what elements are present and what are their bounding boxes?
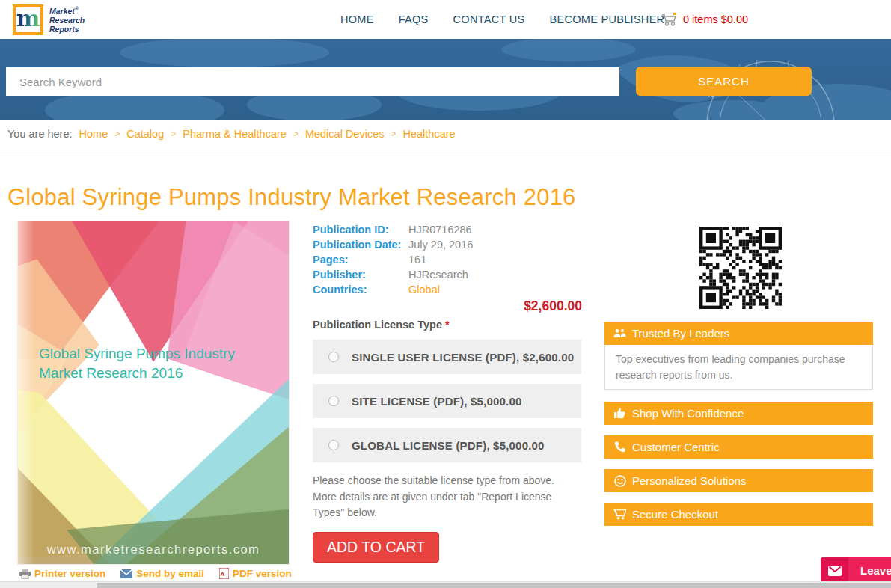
pdf-icon: A bbox=[219, 568, 229, 579]
license-type-heading: Publication License Type * bbox=[313, 319, 450, 331]
countries-label: Countries: bbox=[313, 284, 408, 296]
pages-value: 161 bbox=[408, 254, 426, 266]
main-nav: HOME FAQS CONTACT US BECOME PUBLISHER bbox=[340, 0, 664, 39]
logo-text: Market® Research Reports bbox=[49, 6, 85, 34]
countries-value-link[interactable]: Global bbox=[408, 284, 440, 296]
license-option-single-user[interactable]: SINGLE USER LICENSE (PDF), $2,600.00 bbox=[313, 340, 581, 374]
detail-row: Publication ID:HJR0716286 bbox=[313, 224, 582, 236]
printer-version-link[interactable]: Printer version bbox=[19, 568, 105, 579]
pages-label: Pages: bbox=[313, 254, 408, 266]
breadcrumb-prefix: You are here: bbox=[7, 128, 73, 140]
cart-icon bbox=[661, 13, 678, 26]
header: m Market® Research Reports HOME FAQS CON… bbox=[0, 0, 891, 39]
smiley-icon bbox=[613, 474, 626, 487]
nav-item-contact-us[interactable]: CONTACT US bbox=[453, 13, 525, 25]
trusted-by-leaders-label: Trusted By Leaders bbox=[632, 327, 729, 340]
svg-text:A: A bbox=[221, 571, 225, 578]
license-option-site[interactable]: SITE LICENSE (PDF), $5,000.00 bbox=[313, 384, 581, 418]
detail-row: Countries:Global bbox=[313, 284, 582, 296]
secure-checkout-banner: Secure Checkout bbox=[604, 503, 873, 526]
search-button[interactable]: SEARCH bbox=[636, 67, 812, 96]
required-asterisk: * bbox=[445, 319, 450, 331]
publisher-label: Publisher: bbox=[313, 269, 408, 281]
cart-count-text: 0 items $0.00 bbox=[683, 13, 748, 25]
divider bbox=[0, 150, 891, 150]
personalized-solutions-banner: Personalized Solutions bbox=[604, 469, 873, 492]
phone-icon bbox=[613, 441, 626, 453]
logo-mark-icon: m bbox=[13, 4, 43, 35]
secure-checkout-label: Secure Checkout bbox=[632, 508, 718, 521]
breadcrumb-medical-devices[interactable]: Medical Devices bbox=[305, 128, 385, 140]
price: $2,600.00 bbox=[313, 298, 582, 314]
search-banner: N SEARCH bbox=[0, 39, 891, 120]
detail-row: Publisher:HJResearch bbox=[313, 269, 582, 281]
send-by-email-link[interactable]: Send by email bbox=[120, 568, 204, 579]
breadcrumb-separator: > bbox=[391, 129, 396, 139]
cover-title: Global Syringe Pumps Industry Market Res… bbox=[39, 344, 235, 382]
trusted-by-leaders-banner: Trusted By Leaders bbox=[604, 322, 873, 345]
pdf-version-link[interactable]: A PDF version bbox=[219, 568, 292, 579]
scrollbar-thumb[interactable] bbox=[97, 583, 891, 588]
search-input[interactable] bbox=[6, 67, 619, 96]
cover-website-url: www.marketresearchreports.com bbox=[18, 542, 289, 557]
breadcrumb-healthcare[interactable]: Healthcare bbox=[402, 128, 455, 140]
live-chat-widget[interactable]: Leave bbox=[821, 557, 891, 584]
publication-date-label: Publication Date: bbox=[313, 239, 408, 251]
nav-item-faqs[interactable]: FAQS bbox=[399, 13, 429, 25]
license-option-global[interactable]: GLOBAL LICENSE (PDF), $5,000.00 bbox=[313, 428, 581, 462]
shop-with-confidence-banner: Shop With Confidence bbox=[604, 402, 873, 425]
publication-id-value: HJR0716286 bbox=[408, 224, 472, 236]
cart-icon bbox=[613, 508, 626, 521]
users-icon bbox=[613, 327, 626, 340]
page-title: Global Syringe Pumps Industry Market Res… bbox=[7, 184, 576, 211]
chat-label: Leave bbox=[848, 557, 891, 584]
breadcrumb-catalog[interactable]: Catalog bbox=[126, 128, 164, 140]
cover-title-line2: Market Research 2016 bbox=[39, 364, 235, 383]
publication-date-value: July 29, 2016 bbox=[408, 239, 473, 251]
publication-id-label: Publication ID: bbox=[313, 224, 408, 236]
license-heading-text: Publication License Type bbox=[313, 319, 445, 331]
breadcrumb: You are here: Home > Catalog > Pharma & … bbox=[7, 128, 456, 140]
logo-line1: Market bbox=[49, 6, 75, 15]
breadcrumb-separator: > bbox=[293, 129, 298, 139]
customer-centric-banner: Customer Centric bbox=[604, 435, 873, 459]
add-to-cart-button[interactable]: ADD TO CART bbox=[313, 532, 439, 563]
horizontal-scrollbar[interactable] bbox=[0, 581, 891, 588]
registered-mark: ® bbox=[75, 6, 79, 11]
publisher-value: HJResearch bbox=[408, 269, 468, 281]
printer-version-label: Printer version bbox=[34, 568, 105, 579]
detail-row: Pages:161 bbox=[313, 254, 582, 266]
personalized-solutions-label: Personalized Solutions bbox=[632, 474, 747, 487]
radio-button[interactable] bbox=[328, 352, 339, 362]
license-option-label: SITE LICENSE (PDF), $5,000.00 bbox=[352, 395, 522, 408]
breadcrumb-separator: > bbox=[171, 129, 176, 139]
customer-centric-label: Customer Centric bbox=[632, 441, 720, 453]
report-action-links: Printer version Send by email A PDF vers… bbox=[19, 568, 292, 579]
qr-code-image bbox=[699, 227, 782, 309]
logo-line3: Reports bbox=[49, 25, 85, 34]
pdf-version-label: PDF version bbox=[233, 568, 292, 579]
radio-button[interactable] bbox=[328, 396, 339, 406]
breadcrumb-home[interactable]: Home bbox=[79, 128, 108, 140]
report-cover-image: Global Syringe Pumps Industry Market Res… bbox=[18, 221, 289, 564]
license-option-label: SINGLE USER LICENSE (PDF), $2,600.00 bbox=[352, 351, 574, 364]
thumbs-up-icon bbox=[613, 407, 626, 420]
radio-button[interactable] bbox=[328, 440, 339, 450]
publication-details: Publication ID:HJR0716286 Publication Da… bbox=[313, 224, 582, 299]
nav-item-become-publisher[interactable]: BECOME PUBLISHER bbox=[550, 13, 665, 25]
cover-title-line1: Global Syringe Pumps Industry bbox=[39, 344, 235, 364]
logo-letter: m bbox=[16, 7, 40, 30]
printer-icon bbox=[19, 569, 31, 579]
nav-item-home[interactable]: HOME bbox=[340, 13, 374, 25]
license-option-label: GLOBAL LICENSE (PDF), $5,000.00 bbox=[352, 439, 545, 452]
detail-row: Publication Date:July 29, 2016 bbox=[313, 239, 582, 251]
cover-spine bbox=[18, 221, 34, 564]
email-icon bbox=[120, 569, 132, 578]
breadcrumb-pharma-healthcare[interactable]: Pharma & Healthcare bbox=[183, 128, 287, 140]
shop-with-confidence-label: Shop With Confidence bbox=[632, 407, 744, 420]
envelope-icon bbox=[821, 557, 848, 584]
logo-line2: Research bbox=[49, 16, 85, 25]
send-by-email-label: Send by email bbox=[136, 568, 204, 579]
cart-link[interactable]: 0 items $0.00 bbox=[661, 0, 748, 39]
site-logo[interactable]: m Market® Research Reports bbox=[13, 4, 85, 35]
